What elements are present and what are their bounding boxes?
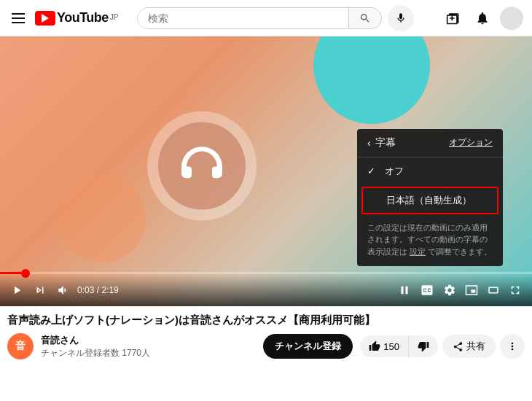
- channel-info: 音読さん チャンネル登録者数 1770人: [41, 334, 249, 359]
- next-icon: [34, 284, 47, 297]
- search-button[interactable]: [349, 7, 382, 29]
- play-button[interactable]: [7, 281, 26, 300]
- play-icon: [10, 284, 23, 297]
- headphone-svg-icon: [176, 141, 227, 192]
- header-right: [442, 7, 523, 30]
- create-button[interactable]: [442, 7, 465, 30]
- volume-icon: [57, 284, 70, 297]
- subtitle-off-label: オフ: [385, 165, 404, 178]
- share-label: 共有: [466, 340, 485, 353]
- like-dislike-group: 150: [360, 335, 438, 357]
- subtitle-japanese-item[interactable]: ✓ 日本語（自動生成）: [361, 187, 498, 214]
- avatar[interactable]: [500, 7, 523, 30]
- pause-button[interactable]: [395, 281, 414, 300]
- video-title: 音声読み上げソフト(ナレーション)は音読さんがオススメ【商用利用可能】: [7, 312, 525, 327]
- subtitle-note-link[interactable]: 設定: [410, 247, 426, 256]
- controls-right: [395, 280, 525, 300]
- header-left: YouTube JP: [9, 10, 119, 26]
- miniplayer-icon: [465, 284, 478, 297]
- logo-text: YouTube: [57, 10, 109, 26]
- search-input-wrapper: [137, 7, 349, 29]
- theater-icon: [487, 284, 500, 297]
- voice-search-button[interactable]: [388, 5, 414, 31]
- mic-icon: [395, 12, 407, 24]
- headphone-inner-circle: [158, 122, 246, 210]
- logo-container[interactable]: YouTube JP: [35, 10, 119, 26]
- action-row: 150 共有: [360, 334, 525, 359]
- video-controls: 0:03 / 2:19: [0, 274, 532, 306]
- deco-circle-teal: [313, 36, 430, 124]
- youtube-icon: [35, 11, 55, 26]
- subtitle-options-link[interactable]: オプション: [449, 136, 493, 149]
- subtitle-menu: ‹ 字幕 オプション ✓ オフ ✓ 日本語（自動生成） この設定は現在の動画にの…: [357, 129, 503, 267]
- search-input[interactable]: [138, 8, 348, 28]
- subtitle-note-suffix: で調整できます。: [428, 247, 492, 256]
- more-actions-button[interactable]: [500, 334, 525, 359]
- current-time: 0:03: [77, 285, 94, 295]
- share-button[interactable]: 共有: [442, 335, 496, 358]
- like-button[interactable]: 150: [360, 335, 409, 357]
- volume-button[interactable]: [54, 281, 73, 300]
- back-arrow-icon[interactable]: ‹: [367, 137, 371, 149]
- settings-icon: [443, 284, 456, 297]
- miniplayer-button[interactable]: [462, 281, 481, 300]
- dislike-button[interactable]: [409, 335, 438, 357]
- like-count: 150: [383, 341, 399, 352]
- channel-subscribers: チャンネル登録者数 1770人: [41, 347, 249, 359]
- bell-icon: [475, 11, 490, 26]
- subtitle-japanese-label: 日本語（自動生成）: [386, 194, 472, 207]
- captions-button[interactable]: [417, 280, 437, 300]
- subtitle-note: この設定は現在の動画にのみ適用されます。すべての動画の字幕の表示設定は 設定 で…: [357, 216, 503, 267]
- total-time: 2:19: [101, 285, 118, 295]
- empty-check: ✓: [369, 195, 380, 206]
- more-icon: [506, 340, 518, 352]
- subtitle-off-item[interactable]: ✓ オフ: [357, 157, 503, 185]
- theater-button[interactable]: [484, 281, 503, 300]
- time-display: 0:03 / 2:19: [77, 285, 119, 295]
- share-icon: [453, 341, 463, 352]
- fullscreen-icon: [509, 284, 522, 297]
- header: YouTube JP: [0, 0, 532, 36]
- menu-button[interactable]: [9, 10, 28, 26]
- subscribe-button[interactable]: チャンネル登録: [263, 334, 353, 359]
- headphone-outer-circle: [147, 112, 257, 221]
- subtitle-header-left: ‹ 字幕: [367, 136, 396, 149]
- thumbs-down-icon: [418, 340, 429, 352]
- fullscreen-button[interactable]: [506, 281, 525, 300]
- channel-name: 音読さん: [41, 334, 249, 347]
- subtitle-title: 字幕: [375, 136, 396, 149]
- pause-icon: [398, 284, 411, 297]
- video-player: 0:03 / 2:19: [0, 36, 532, 306]
- next-button[interactable]: [31, 281, 50, 300]
- check-mark-icon: ✓: [367, 166, 379, 176]
- thumbs-up-icon: [369, 340, 380, 352]
- search-icon: [359, 12, 371, 24]
- headphone-icon-area: [147, 112, 257, 221]
- channel-avatar[interactable]: 音: [7, 333, 34, 359]
- search-bar: [137, 5, 414, 31]
- settings-button[interactable]: [440, 281, 459, 300]
- video-info: 音声読み上げソフト(ナレーション)は音読さんがオススメ【商用利用可能】 音 音読…: [0, 306, 532, 362]
- notifications-button[interactable]: [471, 7, 494, 30]
- captions-icon: [420, 283, 434, 297]
- channel-row: 音 音読さん チャンネル登録者数 1770人 チャンネル登録 150: [7, 333, 525, 359]
- create-icon: [446, 11, 461, 26]
- deco-circle-orange: [58, 175, 146, 262]
- subtitle-header: ‹ 字幕 オプション: [357, 129, 503, 157]
- logo-jp: JP: [110, 13, 119, 21]
